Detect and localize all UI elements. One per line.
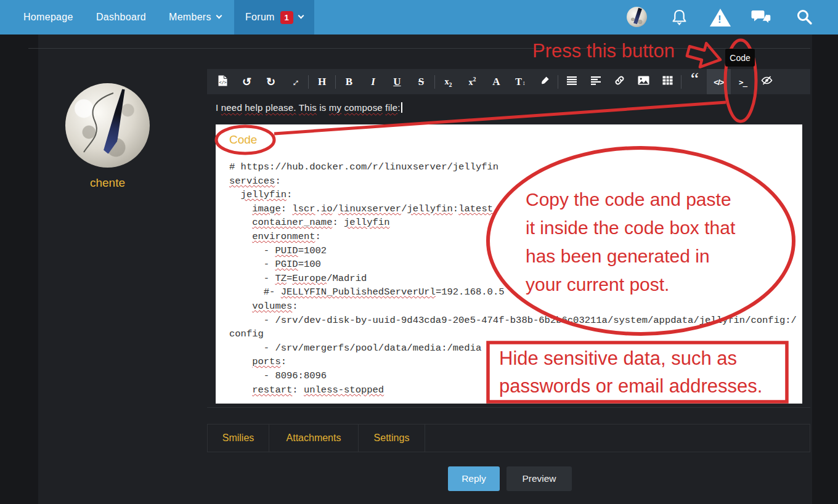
avatar-cable (65, 83, 150, 168)
message-word: my (329, 102, 341, 113)
code-button[interactable]: </> (707, 69, 731, 94)
toolbar-separator (308, 75, 309, 89)
code-line: config (229, 327, 789, 341)
inline-code-button[interactable]: >_ (731, 69, 755, 94)
italic-icon: I (371, 76, 375, 88)
code-line: - /srv/mergerfs/pool/data/media:/media (229, 341, 789, 356)
user-avatar[interactable] (627, 7, 647, 27)
bold-icon: B (346, 76, 352, 88)
code-button-tooltip: Code (725, 49, 755, 67)
preview-button[interactable]: Preview (506, 466, 572, 491)
nav-item-dashboard[interactable]: Dashboard (96, 0, 146, 35)
code-line: - 8096:8096 (229, 369, 789, 383)
source-code-file-button[interactable]: </> (211, 69, 235, 94)
notifications-bell-icon[interactable] (671, 9, 688, 28)
nav-item-homepage[interactable]: Homepage (23, 0, 73, 35)
unordered-list-button[interactable] (559, 69, 584, 94)
user-avatar-large[interactable] (65, 83, 150, 168)
toolbar-separator (558, 75, 558, 89)
code-block[interactable]: Code # https://hub.docker.com/r/linuxser… (216, 124, 802, 404)
image-icon (638, 76, 649, 87)
italic-button[interactable]: I (361, 69, 385, 94)
font-color-button[interactable]: A (484, 69, 508, 94)
superscript-button[interactable]: x2 (460, 69, 484, 94)
quote-button[interactable]: “ (683, 69, 707, 94)
code-line: - /srv/dev-disk-by-uuid-9d43cda9-20e5-47… (229, 314, 789, 328)
code-line: restart: unless-stopped (229, 383, 789, 397)
avatar-moon-image (627, 7, 647, 27)
heading-button[interactable]: H (310, 69, 334, 94)
undo-icon: ↺ (242, 75, 251, 89)
quote-icon: “ (691, 76, 699, 87)
editor-tabs: SmiliesAttachmentsSettings (207, 424, 810, 452)
code-block-label: Code (229, 132, 789, 148)
subscript-icon: x2 (445, 76, 452, 88)
align-button[interactable] (584, 69, 608, 94)
code-line: services: (229, 174, 789, 189)
expand-icon: ↔ (290, 76, 300, 88)
tab-smilies[interactable]: Smilies (207, 425, 269, 452)
unread-badge: 1 (280, 11, 293, 24)
search-icon[interactable] (795, 8, 813, 29)
message-word: I (216, 102, 221, 113)
code-line: ports: (229, 355, 789, 369)
code-line: - PUID=1002 (229, 244, 789, 258)
subscript-button[interactable]: x2 (436, 69, 460, 94)
unordered-list-icon (567, 76, 577, 87)
chevron-down-icon (298, 13, 304, 19)
message-word: need (221, 102, 242, 113)
username[interactable]: chente (65, 176, 150, 190)
spoiler-eye-button[interactable] (755, 69, 779, 94)
code-block-content: # https://hub.docker.com/r/linuxserver/j… (229, 160, 789, 397)
nav-item-label: Members (169, 12, 211, 23)
tabs-empty-area (425, 425, 810, 452)
toolbar-separator (335, 75, 336, 89)
link-button[interactable] (608, 69, 632, 94)
redo-button[interactable]: ↻ (259, 69, 283, 94)
reply-button[interactable]: Reply (448, 466, 500, 491)
expand-button[interactable]: ↔ (283, 69, 307, 94)
superscript-icon: x2 (469, 76, 476, 87)
conversations-icon[interactable] (751, 10, 772, 28)
inline-code-icon: >_ (739, 76, 747, 87)
editor-toolbar: </>↺↻↔HBIUSx2x2AT↕“</>>_ (207, 69, 810, 94)
nav-item-forum[interactable]: Forum1 (234, 0, 314, 35)
tab-settings[interactable]: Settings (359, 425, 425, 452)
report-warning-icon[interactable]: ! (710, 9, 731, 26)
nav-item-members[interactable]: Members (169, 0, 221, 35)
redo-icon: ↻ (266, 75, 275, 89)
message-word: compose (344, 102, 383, 113)
undo-button[interactable]: ↺ (235, 69, 259, 94)
navbar: HomepageDashboardMembersForum1 ! (0, 0, 838, 35)
brush-button[interactable] (532, 69, 556, 94)
nav-item-label: Dashboard (96, 12, 146, 23)
table-button[interactable] (656, 69, 680, 94)
source-code-file-icon: </> (218, 75, 227, 89)
font-size-icon: T↕ (515, 76, 526, 87)
code-line: container_name: jellyfin (229, 216, 789, 230)
code-line: #- JELLYFIN_PublishedServerUrl=192.168.0… (229, 285, 789, 299)
code-line: # https://hub.docker.com/r/linuxserver/j… (229, 160, 789, 174)
toolbar-separator (681, 75, 681, 89)
font-color-icon: A (492, 76, 500, 88)
code-line: - PGID=100 (229, 258, 789, 272)
message-word: : (397, 102, 400, 113)
code-line: image: lscr.io/linuxserver/jellyfin:late… (229, 202, 789, 216)
underline-button[interactable]: U (385, 69, 409, 94)
code-icon: </> (714, 76, 724, 87)
tab-attachments[interactable]: Attachments (269, 425, 359, 452)
code-line: - TZ=Europe/Madrid (229, 272, 789, 286)
bold-button[interactable]: B (337, 69, 361, 94)
message-word: help (245, 102, 262, 113)
link-icon (614, 75, 625, 88)
strikethrough-button[interactable]: S (409, 69, 433, 94)
message-word: please. (266, 102, 296, 113)
message-text[interactable]: I need help please. This is my compose f… (216, 102, 402, 113)
table-icon (662, 76, 673, 87)
image-button[interactable] (632, 69, 656, 94)
font-size-button[interactable]: T↕ (508, 69, 532, 94)
message-word: file (385, 102, 397, 113)
toolbar-separator (434, 75, 435, 89)
code-line: volumes: (229, 299, 789, 314)
underline-icon: U (393, 76, 401, 88)
